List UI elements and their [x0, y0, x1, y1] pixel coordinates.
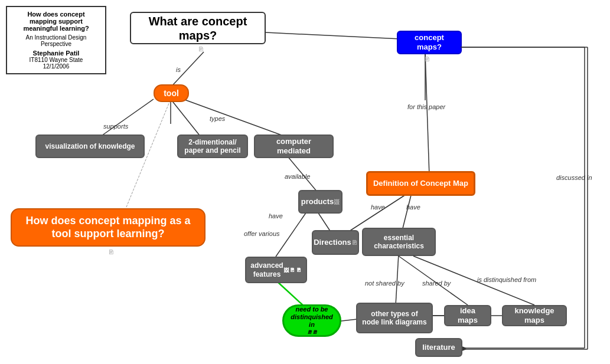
- tool-node[interactable]: tool: [154, 84, 189, 102]
- need-icon2: 🖹: [312, 330, 317, 336]
- definition-node[interactable]: Definition of Concept Map: [366, 171, 475, 196]
- concept-maps-node[interactable]: concept maps?: [397, 31, 462, 54]
- concept-map: How does concept mapping support meaning…: [0, 0, 610, 364]
- info-box: How does concept mapping support meaning…: [6, 6, 106, 74]
- two-dimensional-node[interactable]: 2-dimentional/ paper and pencil: [177, 135, 248, 158]
- info-title-line1: How does concept mapping support: [13, 11, 99, 25]
- need-icon1: 🖹: [307, 330, 312, 336]
- title-node[interactable]: What are concept maps?: [130, 12, 266, 44]
- products-node[interactable]: products 🖼: [298, 190, 342, 214]
- info-date: 12/1/2006: [13, 63, 99, 70]
- link-not-shared-by: not shared by: [365, 280, 405, 287]
- link-have1: have: [269, 212, 283, 219]
- visualization-node[interactable]: visualization of knowledge: [35, 135, 145, 158]
- directions-icon: 🖹: [351, 240, 357, 247]
- title-icon: 🖹: [198, 46, 204, 53]
- info-author: Stephanie Patil: [13, 50, 99, 57]
- link-is-distinguished: is distinquished from: [477, 276, 527, 283]
- advanced-icon2: 🖹: [290, 267, 295, 274]
- literature-node[interactable]: literature: [415, 338, 462, 357]
- link-have3: have: [406, 204, 420, 211]
- knowledge-maps-node[interactable]: knowledge maps: [502, 305, 567, 326]
- essential-chars-node[interactable]: essential characteristics: [362, 228, 436, 256]
- concept-maps-icon: 🖹: [424, 56, 430, 63]
- how-does-node[interactable]: How does concept mapping as a tool suppo…: [11, 208, 205, 247]
- link-available: available: [285, 173, 310, 180]
- link-discussed-in: discussed in: [556, 174, 592, 181]
- link-have2: have: [371, 204, 385, 211]
- products-icon: 🖼: [334, 199, 340, 206]
- need-to-be-node[interactable]: need to be distinquished in 🖹 🖹: [282, 304, 341, 337]
- how-does-icon: 🖹: [108, 249, 114, 255]
- advanced-icon3: 🖹: [296, 267, 302, 274]
- info-title-line2: meaningful learning?: [13, 25, 99, 32]
- link-offer-various: offer various: [244, 230, 280, 237]
- link-is: is: [176, 66, 181, 73]
- svg-line-12: [425, 53, 429, 176]
- info-institution: IT8110 Wayne State: [13, 57, 99, 63]
- svg-line-4: [171, 99, 201, 137]
- link-supports: supports: [103, 123, 128, 130]
- directions-node[interactable]: Directions 🖹: [312, 230, 359, 255]
- svg-line-5: [183, 99, 286, 137]
- advanced-features-node[interactable]: advanced features 🖼 🖹 🖹: [245, 257, 307, 283]
- info-subtitle: An Instructional Design Perspective: [13, 34, 99, 47]
- computer-mediated-node[interactable]: computer mediated: [254, 135, 334, 158]
- link-shared-by: shared by: [422, 280, 451, 287]
- advanced-icon1: 🖼: [283, 267, 289, 274]
- other-types-node[interactable]: other types of node link diagrams: [356, 303, 433, 333]
- link-for-this-paper: for this paper: [407, 103, 443, 110]
- link-types: types: [210, 115, 225, 122]
- idea-maps-node[interactable]: idea maps: [444, 305, 491, 326]
- svg-line-9: [276, 280, 306, 308]
